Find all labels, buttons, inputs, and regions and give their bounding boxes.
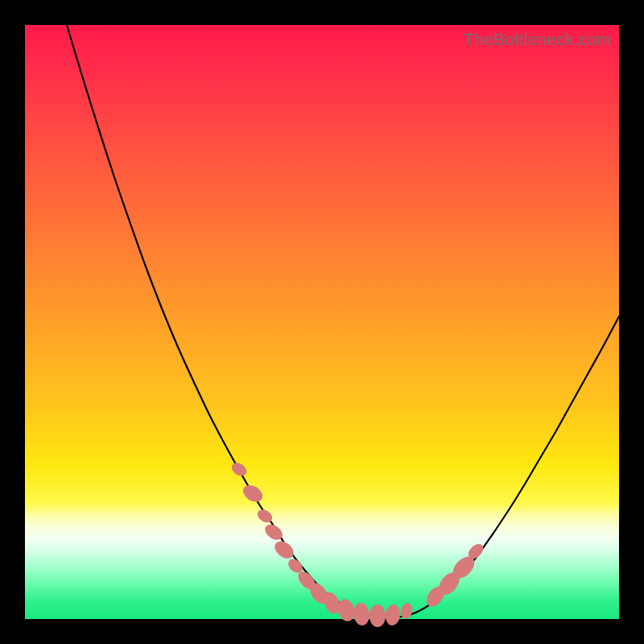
curve-bead (336, 597, 357, 623)
curve-bead (385, 604, 402, 626)
curve-bead (353, 602, 371, 626)
chart-plot-area: TheBottleneck.com (25, 25, 619, 619)
bead-group (229, 460, 486, 627)
main-curve-line (67, 25, 619, 617)
chart-frame: TheBottleneck.com (0, 0, 644, 644)
curve-bead (229, 460, 249, 478)
chart-svg (25, 25, 619, 619)
curve-bead (240, 481, 266, 505)
curve-bead (369, 605, 386, 627)
